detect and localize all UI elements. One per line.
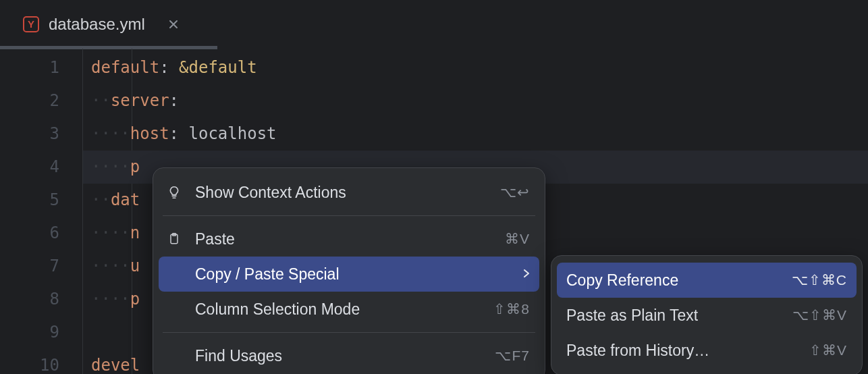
menu-item-shortcut: ⇧⌘8 [493, 301, 530, 317]
menu-item-shortcut: ⌥F7 [495, 348, 530, 364]
menu-item-label: Find Usages [195, 347, 483, 365]
clipboard-icon [165, 232, 183, 246]
bulb-icon [165, 185, 183, 200]
context-submenu[interactable]: Copy Reference⌥⇧⌘CPaste as Plain Text⌥⇧⌘… [551, 255, 863, 374]
tab-filename: database.yml [49, 15, 145, 34]
menu-item[interactable]: Paste⌘V [153, 221, 545, 257]
close-icon[interactable] [168, 19, 179, 30]
line-number-gutter: 12345678910 [0, 49, 82, 374]
line-number: 10 [0, 349, 59, 374]
line-number: 3 [0, 117, 59, 151]
menu-item[interactable]: Column Selection Mode⇧⌘8 [153, 292, 545, 327]
line-number: 4 [0, 151, 59, 184]
menu-item-shortcut: ⌥↩ [500, 184, 530, 201]
submenu-item[interactable]: Copy Reference⌥⇧⌘C [557, 263, 857, 298]
menu-item-label: Copy / Paste Special [195, 265, 506, 284]
submenu-item-shortcut: ⌥⇧⌘C [792, 272, 847, 288]
line-number: 2 [0, 84, 59, 117]
menu-item[interactable]: Find Usages⌥F7 [153, 338, 545, 373]
submenu-item-label: Copy Reference [566, 271, 780, 290]
chevron-right-icon [523, 267, 530, 282]
menu-item-label: Paste [195, 230, 493, 248]
submenu-item[interactable]: Paste from History…⇧⌘V [551, 333, 862, 368]
line-number: 8 [0, 283, 59, 316]
line-number: 1 [0, 51, 59, 84]
submenu-item-label: Paste from History… [566, 342, 797, 360]
code-line[interactable]: ····host: localhost [83, 117, 868, 151]
menu-separator [163, 215, 535, 216]
tab-bar: Y database.yml [0, 0, 868, 49]
yaml-file-icon: Y [23, 16, 39, 32]
menu-item-label: Show Context Actions [195, 184, 488, 202]
menu-item[interactable]: Show Context Actions⌥↩ [153, 175, 545, 210]
menu-item[interactable]: Copy / Paste Special [159, 257, 539, 292]
submenu-item[interactable]: Paste as Plain Text⌥⇧⌘V [551, 298, 862, 333]
submenu-item-label: Paste as Plain Text [566, 306, 780, 325]
context-menu[interactable]: Show Context Actions⌥↩Paste⌘VCopy / Past… [153, 167, 545, 374]
code-line[interactable]: ··server: [83, 84, 868, 117]
line-number: 6 [0, 217, 59, 250]
tab-database-yml[interactable]: Y database.yml [0, 0, 191, 49]
line-number: 9 [0, 316, 59, 349]
line-number: 5 [0, 184, 59, 217]
line-number: 7 [0, 250, 59, 283]
menu-separator [163, 332, 535, 333]
menu-item-label: Column Selection Mode [195, 300, 481, 319]
submenu-item-shortcut: ⇧⌘V [809, 342, 847, 358]
code-line[interactable]: default: &default [83, 51, 868, 84]
submenu-item-shortcut: ⌥⇧⌘V [792, 307, 847, 323]
menu-item-shortcut: ⌘V [505, 231, 530, 247]
